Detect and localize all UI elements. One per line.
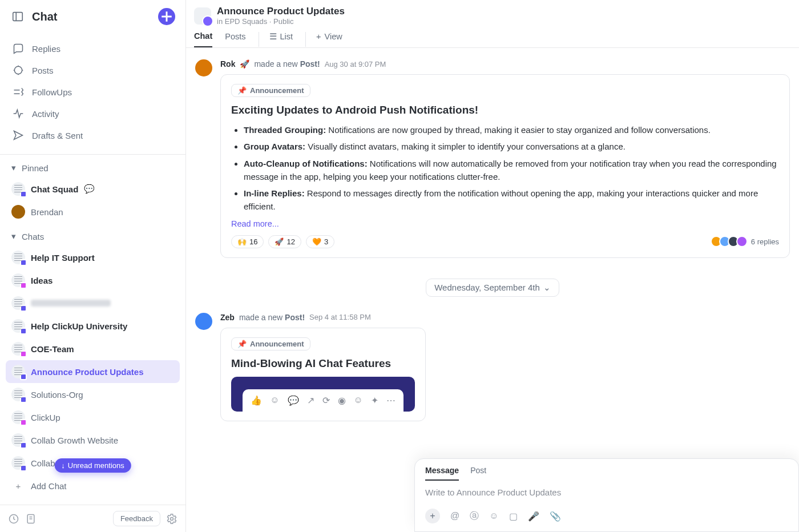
typing-icon: 💬: [84, 184, 95, 194]
reply-icon: [13, 43, 24, 54]
reply-avatars: [713, 236, 748, 247]
nav-followups[interactable]: FollowUps: [6, 81, 180, 103]
avatar: [11, 296, 25, 310]
author-avatar[interactable]: [195, 313, 212, 330]
tab-posts[interactable]: Posts: [225, 32, 245, 47]
app-title: Chat: [32, 10, 150, 23]
nav-posts[interactable]: Posts: [6, 59, 180, 81]
nav-replies[interactable]: Replies: [6, 38, 180, 59]
add-chat-button[interactable]: +Add Chat: [6, 477, 180, 495]
sidebar: Chat Replies Posts FollowUps Activity Dr…: [0, 0, 186, 532]
read-more-link[interactable]: Read more...: [231, 219, 779, 228]
avatar: [11, 342, 25, 356]
nav-drafts[interactable]: Drafts & Sent: [6, 124, 180, 146]
tab-add-view[interactable]: +View: [305, 32, 342, 47]
chat-item[interactable]: Solutions-Org: [6, 383, 180, 406]
svg-point-4: [14, 66, 22, 74]
avatar: [11, 205, 25, 219]
activity-icon: [13, 108, 24, 119]
gear-icon[interactable]: [166, 513, 177, 525]
announcement-tag[interactable]: 📌Announcement: [231, 337, 310, 350]
sidebar-header: Chat: [0, 0, 185, 33]
channel-title: Announce Product Updates: [217, 6, 345, 17]
composer-tab-message[interactable]: Message: [425, 466, 459, 481]
svg-point-9: [171, 517, 173, 520]
reaction[interactable]: 🧡3: [306, 235, 334, 248]
post-header: Zeb made a new Post! Sep 4 at 11:58 PM: [220, 313, 790, 322]
caret-down-icon: ▾: [11, 163, 16, 173]
chat-item[interactable]: [6, 292, 180, 315]
chat-item[interactable]: Announce Product Updates: [6, 360, 180, 383]
reactions-row: 🙌16 🚀12 🧡3 6 replies: [231, 235, 779, 248]
section-chats[interactable]: ▾Chats: [0, 223, 185, 246]
composer-toolbar: + @ ⓐ ☺ ▢ 🎤 📎: [415, 504, 798, 531]
avatar: [11, 319, 25, 333]
chat-item[interactable]: ClickUp: [6, 406, 180, 429]
pin-icon: 📌: [237, 340, 247, 348]
chat-item[interactable]: Collab Growth Website: [6, 429, 180, 452]
list-icon: ☰: [269, 32, 277, 41]
section-pinned[interactable]: ▾Pinned: [0, 155, 185, 178]
posts-icon: [13, 65, 24, 76]
timestamp: Sep 4 at 11:58 PM: [309, 313, 371, 321]
clock-icon[interactable]: [8, 513, 19, 525]
caret-down-icon: ▾: [11, 231, 16, 241]
nav-section: Replies Posts FollowUps Activity Drafts …: [0, 33, 185, 155]
unread-mentions-pill[interactable]: ↓Unread mentions: [54, 458, 131, 473]
timestamp: Aug 30 at 9:07 PM: [325, 60, 386, 68]
composer-tab-post[interactable]: Post: [470, 466, 486, 481]
date-separator: Wednesday, September 4th⌄: [186, 279, 799, 297]
plus-icon: +: [316, 32, 321, 41]
channel-breadcrumb: in EPD Squads · Public: [217, 17, 345, 26]
feedback-button[interactable]: Feedback: [113, 511, 160, 526]
author-name[interactable]: Zeb: [220, 313, 235, 322]
reaction[interactable]: 🙌16: [231, 235, 264, 248]
notes-icon[interactable]: [25, 513, 37, 525]
followups-icon: [13, 86, 24, 98]
post-title: Mind-Blowing AI Chat Features: [231, 357, 415, 370]
author-name[interactable]: Rok: [220, 59, 235, 68]
avatar: [11, 410, 25, 424]
chat-item[interactable]: COE-Team: [6, 337, 180, 360]
panel-toggle-icon[interactable]: [11, 10, 24, 23]
attach-button[interactable]: +: [425, 509, 440, 523]
media-preview: 👍☺💬↗⟳◉☺✦⋯: [231, 377, 415, 412]
avatar: [11, 273, 25, 287]
nav-activity[interactable]: Activity: [6, 103, 180, 124]
avatar: [11, 433, 25, 447]
message-composer: Message Post Write to Announce Product U…: [414, 458, 799, 532]
new-chat-button[interactable]: [158, 8, 175, 25]
toolbar-preview: 👍☺💬↗⟳◉☺✦⋯: [243, 389, 403, 412]
chat-item[interactable]: Ideas: [6, 269, 180, 292]
post-card[interactable]: 📌Announcement Mind-Blowing AI Chat Featu…: [220, 328, 426, 421]
chat-item[interactable]: Help ClickUp University: [6, 315, 180, 337]
date-pill[interactable]: Wednesday, September 4th⌄: [426, 279, 559, 297]
mention-user-icon[interactable]: ⓐ: [470, 510, 479, 522]
mention-icon[interactable]: @: [450, 511, 459, 521]
post-header: Rok 🚀 made a new Post! Aug 30 at 9:07 PM: [220, 59, 790, 68]
avatar: [11, 456, 25, 470]
tab-chat[interactable]: Chat: [194, 31, 212, 47]
tab-list[interactable]: ☰List: [259, 32, 293, 47]
svg-rect-0: [13, 13, 23, 21]
announcement-tag[interactable]: 📌Announcement: [231, 84, 310, 97]
channel-header: Announce Product Updates in EPD Squads ·…: [186, 0, 799, 26]
mic-icon[interactable]: 🎤: [528, 511, 539, 522]
paperclip-icon[interactable]: 📎: [550, 511, 561, 522]
chat-item[interactable]: Help IT Support: [6, 246, 180, 269]
view-tabs: Chat Posts ☰List +View: [186, 26, 799, 48]
avatar: [11, 182, 25, 196]
emoji-icon[interactable]: ☺: [489, 511, 498, 521]
replies-count[interactable]: 6 replies: [713, 236, 779, 247]
pinned-item-brendan[interactable]: Brendan: [6, 200, 180, 223]
plus-icon: +: [11, 481, 25, 491]
video-icon[interactable]: ▢: [509, 511, 518, 522]
post: Zeb made a new Post! Sep 4 at 11:58 PM 📌…: [186, 313, 799, 421]
pinned-item-chat-squad[interactable]: Chat Squad💬: [6, 178, 180, 200]
avatar: [11, 365, 25, 378]
author-avatar[interactable]: [195, 59, 212, 76]
reaction[interactable]: 🚀12: [268, 235, 301, 248]
post-card[interactable]: 📌Announcement Exciting Updates to Androi…: [220, 74, 790, 258]
channel-avatar: [194, 7, 211, 25]
message-input[interactable]: Write to Announce Product Updates: [415, 481, 798, 504]
